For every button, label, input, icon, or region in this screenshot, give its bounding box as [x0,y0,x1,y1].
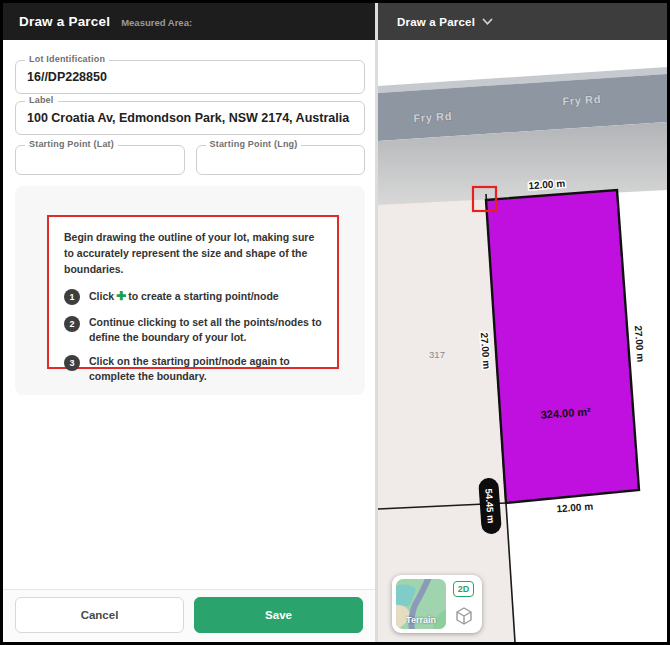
map-mode-title: Draw a Parcel [397,16,475,28]
map-mode-dropdown[interactable]: Draw a Parcel [378,3,667,40]
form-footer: Cancel Save [3,589,375,642]
page-title: Draw a Parcel [19,14,110,29]
starting-point-row: Starting Point (Lat) Starting Point (Lng… [15,145,365,175]
address-label-value[interactable]: 100 Croatia Av, Edmondson Park, NSW 2174… [27,111,353,125]
lot-identification-field[interactable]: Lot Identification 16//DP228850 [15,60,365,94]
form-body: Lot Identification 16//DP228850 Label 10… [3,40,375,589]
drawn-parcel-polygon[interactable] [486,190,639,503]
measured-area-label: Measured Area: [121,17,192,28]
step-1-text-before: Click [89,290,114,302]
form-header: Draw a Parcel Measured Area: [3,3,375,40]
step-3-badge: 3 [64,355,80,371]
parcel-form-panel: Draw a Parcel Measured Area: Lot Identif… [3,3,375,642]
starting-point-lng-field[interactable]: Starting Point (Lng) [196,145,366,175]
starting-point-lat-label: Starting Point (Lat) [25,139,118,149]
address-label-field[interactable]: Label 100 Croatia Av, Edmondson Park, NS… [15,101,365,135]
instructions-card: Begin drawing the outline of your lot, m… [15,186,365,395]
starting-point-lng-label: Starting Point (Lng) [206,139,302,149]
map-drawing[interactable]: Fry Rd Fry Rd 12.00 m 12.00 m 27.00 m 27… [378,40,667,642]
2d-mode-button[interactable]: 2D [453,581,474,597]
terrain-basemap-button[interactable]: Terrain [396,579,446,629]
step-1-text-after: to create a starting point/node [128,290,279,302]
step-3-text: Click on the starting point/node again t… [89,354,322,384]
save-button[interactable]: Save [194,597,363,633]
address-label-label: Label [25,95,58,105]
instructions-alert-box: Begin drawing the outline of your lot, m… [47,215,339,369]
cancel-button[interactable]: Cancel [15,597,184,633]
instruction-step-3: 3 Click on the starting point/node again… [64,354,322,384]
step-1-text: Click✚to create a starting point/node [89,288,279,305]
map-controls-card: Terrain 2D [392,575,482,633]
cube-3d-icon[interactable] [454,606,474,626]
step-2-text: Continue clicking to set all the points/… [89,315,322,345]
adjacent-lot-number: 317 [429,349,445,360]
chevron-down-icon [482,18,493,26]
map-panel: Draw a Parcel [378,3,667,642]
plus-icon: ✚ [114,289,128,303]
starting-point-lat-field[interactable]: Starting Point (Lat) [15,145,185,175]
lot-identification-value[interactable]: 16//DP228850 [27,70,353,84]
instruction-step-2: 2 Continue clicking to set all the point… [64,315,322,345]
road-name-label-left: Fry Rd [413,110,452,124]
map-canvas[interactable]: Fry Rd Fry Rd 12.00 m 12.00 m 27.00 m 27… [378,40,667,642]
step-1-badge: 1 [64,289,80,305]
terrain-label: Terrain [396,615,446,625]
instructions-intro: Begin drawing the outline of your lot, m… [64,230,322,277]
road-name-label-right: Fry Rd [562,93,601,107]
lot-identification-label: Lot Identification [25,54,109,64]
frontage-total-pill: 54.45 m [478,477,502,534]
instruction-step-1: 1 Click✚to create a starting point/node [64,288,322,305]
step-2-badge: 2 [64,316,80,332]
draw-a-parcel-app: Draw a Parcel Measured Area: Lot Identif… [0,0,670,645]
